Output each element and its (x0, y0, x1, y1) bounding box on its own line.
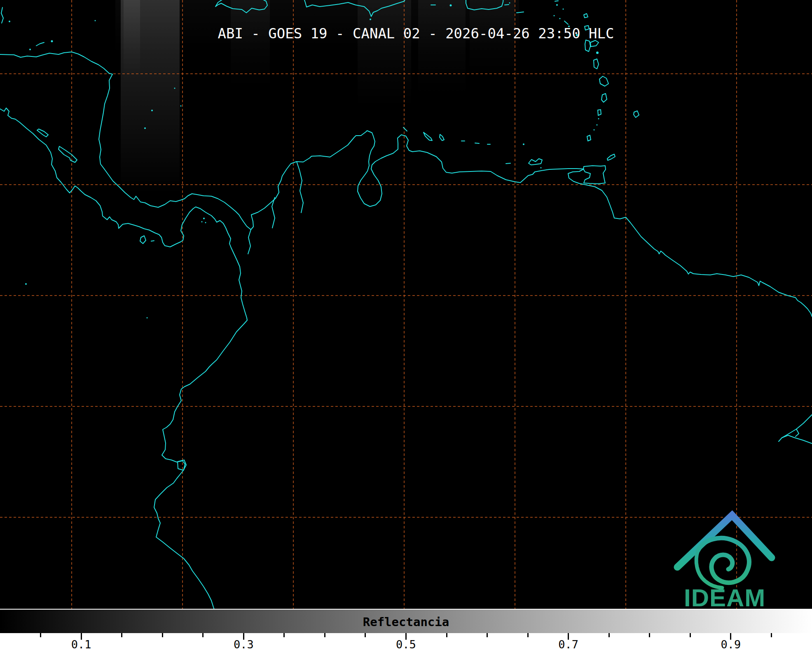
coastline-amazon-south-bank (782, 435, 812, 444)
island-dot-serrana-bank (174, 88, 176, 89)
island-dot-providencia (151, 110, 153, 111)
coastline-barbados (634, 111, 639, 117)
island-dot-pearl-islands-2 (201, 221, 203, 223)
colorbar-minor-tick (283, 633, 285, 637)
colorbar-minor-tick (446, 633, 447, 637)
coastline-guadeloupe-basse-terre (585, 40, 590, 52)
colorbar-tick-label: 0.1 (63, 638, 100, 650)
colorbar-minor-tick (649, 633, 650, 637)
island-dot-malpelo (147, 317, 148, 319)
island-dot-saba (554, 15, 555, 16)
coastline-grenada (587, 135, 591, 141)
island-dot-canouan (597, 124, 598, 126)
coastline-amazon-channel-fork (796, 429, 799, 436)
island-dot-marie-galante (596, 52, 599, 54)
haze-streak (418, 0, 466, 95)
coastline-barbuda (584, 14, 588, 18)
island-dot-st-eustatius (559, 18, 561, 19)
coastline-lake-nicaragua (59, 146, 77, 162)
colorbar-minor-tick (690, 633, 691, 637)
coastline-cebaco (151, 241, 154, 241)
coastline-la-tortuga (506, 163, 510, 164)
island-dot-utila (29, 49, 31, 50)
island-dot-mona (450, 5, 452, 7)
colorbar-minor-tick (527, 633, 529, 637)
island-dot-turneffe (9, 21, 10, 22)
coastline-margarita (529, 159, 542, 165)
colorbar-minor-tick (324, 633, 325, 637)
satellite-map-canvas (0, 0, 812, 650)
coastline-curacao (424, 132, 432, 141)
colorbar-label: Reflectancia (0, 615, 812, 629)
coastline-los-roques-east (475, 143, 479, 143)
coastline-martinique (599, 76, 608, 86)
colorbar-minor-tick (608, 633, 610, 637)
coastline-st-vincent (598, 110, 601, 115)
island-dot-bequia (598, 118, 599, 120)
colorbar-axis: 0.10.30.50.70.9 (0, 633, 812, 650)
coastline-roatan-island (36, 42, 44, 46)
coastline-atrato-river (248, 230, 251, 254)
colorbar-minor-tick (40, 633, 41, 637)
island-dot-cocos-island (25, 283, 27, 285)
island-dot-st-martin (556, 4, 558, 6)
coastline-sinu-river (272, 197, 275, 228)
island-dot-carriacou (594, 129, 595, 131)
coastline-coiba (140, 236, 146, 244)
colorbar-minor-tick (487, 633, 488, 637)
image-title: ABI - GOES 19 - CANAL 02 - 2026-04-26 23… (10, 25, 812, 42)
island-dot-san-andres (144, 127, 146, 129)
island-dot-la-blanquilla (523, 143, 524, 145)
goes-satellite-image-viewer: ABI - GOES 19 - CANAL 02 - 2026-04-26 23… (0, 0, 812, 650)
coastline-st-lucia (601, 94, 607, 102)
coastline-vieques (505, 5, 509, 5)
coastline-st-kitts (564, 21, 568, 24)
ideam-logo-mountain-icon (677, 515, 772, 567)
island-dot-roncador-cay (180, 106, 182, 107)
island-dot-pearl-islands-3 (205, 222, 206, 223)
colorbar-minor-tick (365, 633, 366, 637)
colorbar-tick-label: 0.3 (225, 638, 262, 650)
colorbar-minor-tick (162, 633, 163, 637)
island-dot-isla-beata (370, 19, 371, 20)
island-dot-coche (541, 167, 542, 169)
island-dot-pearl-islands-1 (203, 218, 205, 219)
ideam-logo-spiral-icon (698, 538, 749, 582)
colorbar-tick-label: 0.7 (550, 638, 587, 650)
colorbar-minor-tick (202, 633, 204, 637)
ideam-logo (677, 515, 772, 588)
colorbar-tick-label: 0.9 (712, 638, 749, 650)
colorbar-tick-label: 0.5 (388, 638, 425, 650)
coastline-belize-coast (1, 7, 3, 23)
island-dot-swan-islands (95, 20, 96, 21)
coastline-trinidad (583, 166, 606, 184)
colorbar-minor-tick (771, 633, 772, 637)
coastline-magdalena-river (297, 162, 303, 213)
island-dot-culebra (509, 2, 510, 4)
ideam-logo-text: IDEAM (684, 584, 783, 612)
colorbar-minor-tick (121, 633, 122, 637)
coastline-lake-managua (37, 129, 48, 137)
coastline-anguilla (555, 1, 558, 1)
island-dot-st-barthelemy (563, 9, 564, 10)
haze-streak (358, 0, 411, 107)
coastline-dominica (594, 59, 599, 69)
coastline-tobago (607, 154, 615, 160)
coastline-bonaire (440, 134, 444, 141)
